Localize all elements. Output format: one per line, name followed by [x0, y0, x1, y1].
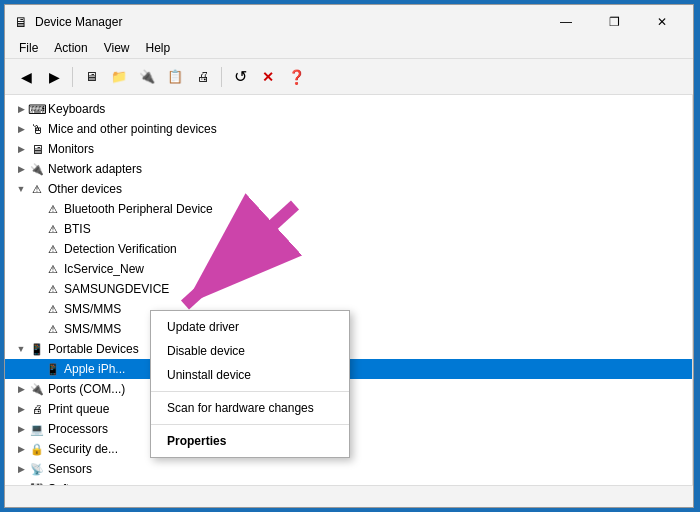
sms2-icon: ⚠	[45, 321, 61, 337]
softwarec1-label: Software co...	[48, 482, 121, 485]
tree-node-detection[interactable]: ▶ ⚠ Detection Verification	[5, 239, 692, 259]
ctx-uninstall-device[interactable]: Uninstall device	[151, 363, 349, 387]
menu-view[interactable]: View	[98, 39, 136, 57]
context-menu: Update driver Disable device Uninstall d…	[150, 310, 350, 458]
bluetooth-icon: ⚠	[45, 201, 61, 217]
other-icon: ⚠	[29, 181, 45, 197]
sms1-label: SMS/MMS	[64, 302, 121, 316]
icservice-icon: ⚠	[45, 261, 61, 277]
ctx-disable-device[interactable]: Disable device	[151, 339, 349, 363]
expander-printqueue: ▶	[13, 401, 29, 417]
menu-action[interactable]: Action	[48, 39, 93, 57]
tree-node-btis[interactable]: ▶ ⚠ BTIS	[5, 219, 692, 239]
monitors-label: Monitors	[48, 142, 94, 156]
remove-button[interactable]: ✕	[255, 64, 281, 90]
ports-label: Ports (COM...)	[48, 382, 125, 396]
ctx-separator	[151, 391, 349, 392]
tree-node-samsung[interactable]: ▶ ⚠ SAMSUNGDEVICE	[5, 279, 692, 299]
expander-sensors: ▶	[13, 461, 29, 477]
status-bar	[5, 485, 693, 507]
expander-other: ▼	[13, 181, 29, 197]
bluetooth-label: Bluetooth Peripheral Device	[64, 202, 213, 216]
tree-node-softwarec1[interactable]: ▶ 💾 Software co...	[5, 479, 692, 485]
btis-label: BTIS	[64, 222, 91, 236]
ctx-properties[interactable]: Properties	[151, 429, 349, 453]
detection-label: Detection Verification	[64, 242, 177, 256]
samsung-icon: ⚠	[45, 281, 61, 297]
title-bar: 🖥 Device Manager — ❐ ✕	[5, 5, 693, 37]
detection-icon: ⚠	[45, 241, 61, 257]
window-controls: — ❐ ✕	[543, 7, 685, 37]
expander-network: ▶	[13, 161, 29, 177]
tree-node-sensors[interactable]: ▶ 📡 Sensors	[5, 459, 692, 479]
mice-label: Mice and other pointing devices	[48, 122, 217, 136]
mice-icon: 🖱	[29, 121, 45, 137]
monitors-icon: 🖥	[29, 141, 45, 157]
tree-node-monitors[interactable]: ▶ 🖥 Monitors	[5, 139, 692, 159]
sensors-label: Sensors	[48, 462, 92, 476]
expander-processors: ▶	[13, 421, 29, 437]
apple-icon: 📱	[45, 361, 61, 377]
toolbar-separator-1	[72, 67, 73, 87]
keyboards-label: Keyboards	[48, 102, 105, 116]
processors-label: Processors	[48, 422, 108, 436]
security-icon: 🔒	[29, 441, 45, 457]
expander-softwarec1: ▶	[13, 481, 29, 485]
print-button[interactable]: 🖨	[190, 64, 216, 90]
menu-help[interactable]: Help	[140, 39, 177, 57]
portable-label: Portable Devices	[48, 342, 139, 356]
help-button[interactable]: ❓	[283, 64, 309, 90]
tree-node-icservice[interactable]: ▶ ⚠ IcService_New	[5, 259, 692, 279]
expander-security: ▶	[13, 441, 29, 457]
minimize-button[interactable]: —	[543, 7, 589, 37]
menu-bar: File Action View Help	[5, 37, 693, 59]
security-label: Security de...	[48, 442, 118, 456]
title-bar-left: 🖥 Device Manager	[13, 14, 122, 30]
tree-node-other[interactable]: ▼ ⚠ Other devices	[5, 179, 692, 199]
properties-button[interactable]: 📋	[162, 64, 188, 90]
sms1-icon: ⚠	[45, 301, 61, 317]
plugin-button[interactable]: 🔌	[134, 64, 160, 90]
maximize-button[interactable]: ❐	[591, 7, 637, 37]
samsung-label: SAMSUNGDEVICE	[64, 282, 169, 296]
network-label: Network adapters	[48, 162, 142, 176]
expander-monitors: ▶	[13, 141, 29, 157]
softwarec1-icon: 💾	[29, 481, 45, 485]
keyboards-icon: ⌨	[29, 101, 45, 117]
apple-label: Apple iPh...	[64, 362, 125, 376]
expander-ports: ▶	[13, 381, 29, 397]
btis-icon: ⚠	[45, 221, 61, 237]
portable-icon: 📱	[29, 341, 45, 357]
processors-icon: 💻	[29, 421, 45, 437]
toolbar-separator-2	[221, 67, 222, 87]
ctx-update-driver[interactable]: Update driver	[151, 315, 349, 339]
ports-icon: 🔌	[29, 381, 45, 397]
tree-node-bluetooth[interactable]: ▶ ⚠ Bluetooth Peripheral Device	[5, 199, 692, 219]
tree-node-mice[interactable]: ▶ 🖱 Mice and other pointing devices	[5, 119, 692, 139]
printqueue-label: Print queue	[48, 402, 109, 416]
device-manager-window: 🖥 Device Manager — ❐ ✕ File Action View …	[4, 4, 694, 508]
sms2-label: SMS/MMS	[64, 322, 121, 336]
forward-button[interactable]: ▶	[41, 64, 67, 90]
back-button[interactable]: ◀	[13, 64, 39, 90]
network-icon: 🔌	[29, 161, 45, 177]
close-button[interactable]: ✕	[639, 7, 685, 37]
toolbar: ◀ ▶ 🖥 📁 🔌 📋 🖨 ↺ ✕ ❓	[5, 59, 693, 95]
printqueue-icon: 🖨	[29, 401, 45, 417]
sensors-icon: 📡	[29, 461, 45, 477]
window-title: Device Manager	[35, 15, 122, 29]
expander-mice: ▶	[13, 121, 29, 137]
window-icon: 🖥	[13, 14, 29, 30]
ctx-separator-2	[151, 424, 349, 425]
tree-node-network[interactable]: ▶ 🔌 Network adapters	[5, 159, 692, 179]
ctx-scan-hardware[interactable]: Scan for hardware changes	[151, 396, 349, 420]
computer-button[interactable]: 🖥	[78, 64, 104, 90]
folder-button[interactable]: 📁	[106, 64, 132, 90]
expander-portable: ▼	[13, 341, 29, 357]
tree-node-keyboards[interactable]: ▶ ⌨ Keyboards	[5, 99, 692, 119]
icservice-label: IcService_New	[64, 262, 144, 276]
menu-file[interactable]: File	[13, 39, 44, 57]
content-area: ▶ ⌨ Keyboards ▶ 🖱 Mice and other pointin…	[5, 95, 693, 485]
refresh-button[interactable]: ↺	[227, 64, 253, 90]
other-label: Other devices	[48, 182, 122, 196]
